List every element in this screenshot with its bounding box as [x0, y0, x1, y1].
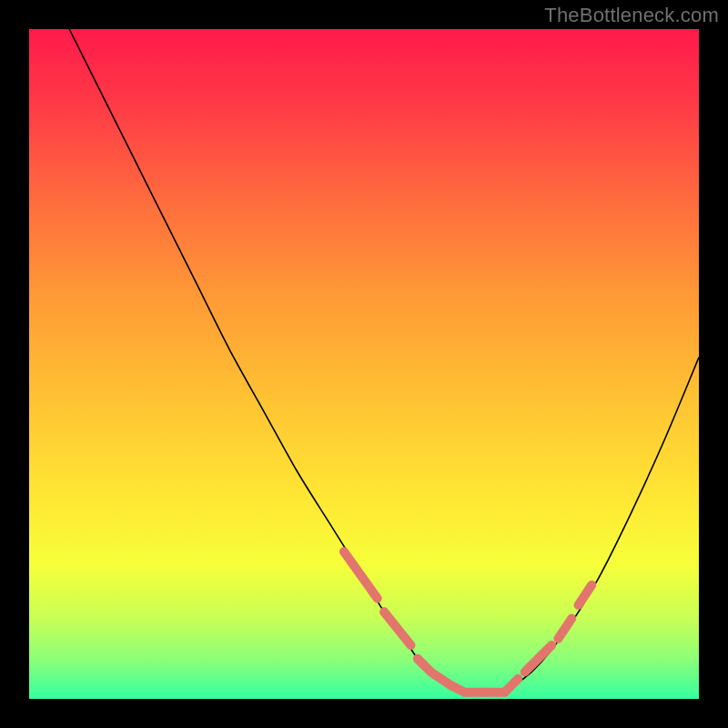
bottleneck-chart — [29, 29, 699, 699]
plot-area — [29, 29, 699, 699]
watermark-text: TheBottleneck.com — [544, 4, 719, 27]
chart-stage: TheBottleneck.com — [0, 0, 728, 728]
gradient-background — [29, 29, 699, 699]
